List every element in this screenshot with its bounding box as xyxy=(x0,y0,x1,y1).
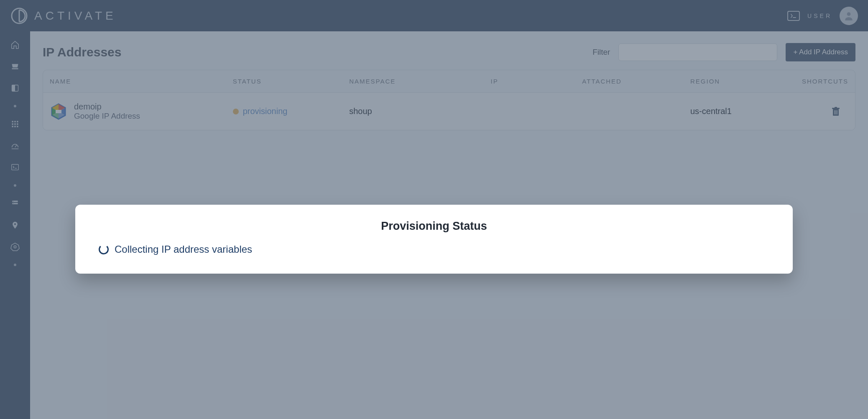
svg-point-23 xyxy=(14,223,16,225)
modal-title: Provisioning Status xyxy=(99,220,769,233)
svg-rect-11 xyxy=(17,123,18,124)
svg-marker-24 xyxy=(11,243,19,251)
kubernetes-icon[interactable] xyxy=(10,242,20,252)
row-name: demoip xyxy=(74,102,140,112)
svg-rect-7 xyxy=(14,121,15,122)
svg-rect-14 xyxy=(17,126,18,127)
row-namespace: shoup xyxy=(349,107,490,116)
modal-message: Collecting IP address variables xyxy=(115,244,252,255)
ip-table: NAME STATUS NAMESPACE IP ATTACHED REGION… xyxy=(43,70,855,130)
location-icon[interactable] xyxy=(10,220,20,230)
svg-rect-8 xyxy=(17,121,18,122)
spinner-icon xyxy=(99,244,109,254)
col-shortcuts: SHORTCUTS xyxy=(774,78,848,85)
name-cell: demoip Google IP Address xyxy=(50,102,233,121)
terminal-icon[interactable] xyxy=(787,11,800,21)
svg-point-22 xyxy=(13,203,13,204)
grid-icon[interactable] xyxy=(10,119,20,129)
table-header: NAME STATUS NAMESPACE IP ATTACHED REGION… xyxy=(43,70,855,93)
filter-label: Filter xyxy=(592,48,610,57)
row-subtitle: Google IP Address xyxy=(74,112,140,121)
gcp-icon xyxy=(50,103,67,120)
row-region: us-central1 xyxy=(690,107,774,116)
status-dot-icon xyxy=(233,109,239,114)
divider-dot-icon xyxy=(14,105,16,107)
topbar: ACTIVATE USER xyxy=(0,0,868,31)
svg-rect-6 xyxy=(12,121,13,122)
svg-point-21 xyxy=(13,201,13,201)
col-namespace: NAMESPACE xyxy=(349,78,490,85)
brand-logo-icon xyxy=(10,7,28,25)
storage-icon[interactable] xyxy=(10,198,20,208)
add-ip-address-button[interactable]: + Add IP Address xyxy=(786,43,855,61)
delete-icon[interactable] xyxy=(832,107,840,116)
modal-status-row: Collecting IP address variables xyxy=(99,244,769,255)
page-header: IP Addresses Filter + Add IP Address xyxy=(43,43,855,61)
col-region: REGION xyxy=(690,78,774,85)
col-name: NAME xyxy=(50,78,233,85)
col-ip: IP xyxy=(490,78,582,85)
divider-dot-icon xyxy=(14,184,16,187)
row-status: provisioning xyxy=(243,107,288,116)
name-text: demoip Google IP Address xyxy=(74,102,140,121)
svg-rect-9 xyxy=(12,123,13,124)
svg-rect-5 xyxy=(12,85,15,91)
home-icon[interactable] xyxy=(10,40,20,50)
svg-point-3 xyxy=(847,12,851,16)
divider-dot-icon xyxy=(14,264,16,266)
col-status: STATUS xyxy=(233,78,350,85)
status-cell: provisioning xyxy=(233,107,350,116)
avatar[interactable] xyxy=(840,7,858,25)
inbox-icon[interactable] xyxy=(10,61,20,71)
sidebar xyxy=(0,31,30,419)
console-icon[interactable] xyxy=(10,163,20,173)
svg-rect-17 xyxy=(12,165,19,170)
panel-icon[interactable] xyxy=(10,83,20,93)
topbar-right: USER xyxy=(787,7,858,25)
svg-line-15 xyxy=(15,145,17,147)
user-label: USER xyxy=(807,13,832,19)
provisioning-status-modal: Provisioning Status Collecting IP addres… xyxy=(75,205,793,274)
brand: ACTIVATE xyxy=(10,7,117,25)
table-row[interactable]: demoip Google IP Address provisioning sh… xyxy=(43,93,855,130)
page-title: IP Addresses xyxy=(43,45,121,59)
col-attached: ATTACHED xyxy=(582,78,690,85)
row-shortcuts xyxy=(774,107,848,116)
brand-name: ACTIVATE xyxy=(34,9,117,23)
svg-point-25 xyxy=(14,246,16,248)
svg-rect-12 xyxy=(12,126,13,127)
gauge-icon[interactable] xyxy=(10,141,20,151)
svg-rect-36 xyxy=(835,107,837,108)
svg-marker-33 xyxy=(56,110,61,113)
svg-rect-10 xyxy=(14,123,15,124)
filter-input[interactable] xyxy=(618,43,777,61)
svg-rect-13 xyxy=(14,126,15,127)
